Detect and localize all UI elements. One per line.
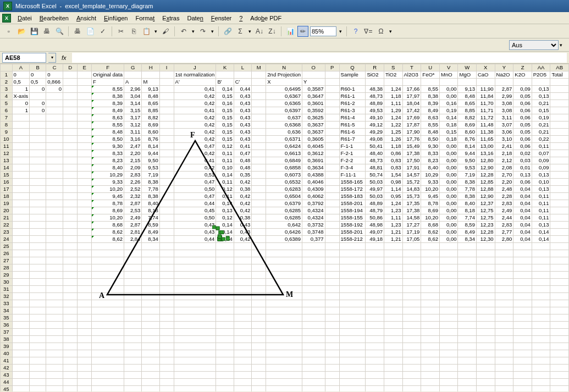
cell[interactable]: [142, 264, 159, 272]
cell[interactable]: [63, 264, 78, 272]
cell[interactable]: [92, 386, 124, 392]
cell[interactable]: [46, 100, 63, 107]
cell[interactable]: [421, 79, 440, 86]
cell[interactable]: [30, 214, 46, 222]
cell[interactable]: [30, 272, 46, 279]
cell[interactable]: [532, 336, 550, 343]
cell[interactable]: [124, 379, 141, 386]
cell[interactable]: [495, 279, 513, 286]
cell[interactable]: 0,15: [216, 129, 234, 136]
cell[interactable]: [78, 343, 92, 350]
cell[interactable]: 11,72: [476, 114, 495, 122]
cell[interactable]: [63, 71, 78, 79]
cell[interactable]: [159, 71, 174, 79]
cell[interactable]: [63, 107, 78, 114]
cell[interactable]: 8,69: [142, 122, 159, 129]
cell[interactable]: [384, 357, 402, 365]
cell[interactable]: [159, 379, 174, 386]
cell[interactable]: [63, 214, 78, 222]
cell[interactable]: 0,6504: [266, 193, 302, 200]
col-header-O[interactable]: O: [302, 64, 325, 71]
cell[interactable]: [366, 279, 384, 286]
cell[interactable]: 3,07: [495, 122, 513, 129]
cut-icon[interactable]: ✂: [115, 26, 126, 37]
cell[interactable]: [458, 357, 476, 365]
cell[interactable]: [252, 350, 266, 357]
cell[interactable]: [30, 314, 46, 322]
cell[interactable]: [216, 365, 234, 372]
fx-label[interactable]: fx: [58, 54, 70, 61]
cell[interactable]: [30, 136, 46, 143]
col-header-AA[interactable]: AA: [532, 64, 550, 71]
cell[interactable]: [421, 286, 440, 293]
cell[interactable]: 0: [46, 86, 63, 93]
cell[interactable]: 0,19: [440, 107, 458, 114]
cell[interactable]: [366, 365, 384, 372]
save-icon[interactable]: 💾: [29, 26, 40, 37]
cell[interactable]: 8,34: [142, 236, 159, 243]
cell[interactable]: [532, 379, 550, 386]
cell[interactable]: 0,42: [174, 150, 216, 157]
cell[interactable]: 1558-201: [339, 200, 366, 207]
cell[interactable]: 0,47: [174, 193, 216, 200]
cell[interactable]: 8,39: [92, 100, 124, 107]
cell[interactable]: [234, 293, 251, 300]
cell[interactable]: [532, 250, 550, 257]
cell[interactable]: 11,84: [476, 93, 495, 100]
cell[interactable]: [159, 322, 174, 329]
cell[interactable]: [78, 100, 92, 107]
cell[interactable]: [325, 236, 339, 243]
cell[interactable]: 0,15: [532, 107, 550, 114]
cell[interactable]: [421, 314, 440, 322]
cell[interactable]: [440, 250, 458, 257]
cell[interactable]: [142, 300, 159, 307]
cell[interactable]: [234, 300, 251, 307]
col-header-F[interactable]: F: [92, 64, 124, 71]
cell[interactable]: [46, 179, 63, 186]
cell[interactable]: [458, 372, 476, 379]
col-header-Z[interactable]: Z: [513, 64, 532, 71]
cell[interactable]: 8,50: [92, 136, 124, 143]
cell[interactable]: 0,43: [234, 114, 251, 122]
cell[interactable]: 1,11: [384, 214, 402, 222]
cell[interactable]: [384, 386, 402, 392]
cell[interactable]: [46, 122, 63, 129]
cell[interactable]: [46, 164, 63, 172]
cell[interactable]: [302, 314, 325, 322]
cell[interactable]: [476, 300, 495, 307]
cell[interactable]: [30, 293, 46, 300]
cell[interactable]: [252, 314, 266, 322]
cell[interactable]: [124, 386, 141, 392]
cell[interactable]: [78, 150, 92, 157]
cell[interactable]: 8,38: [142, 193, 159, 200]
cell[interactable]: 1558-194: [339, 207, 366, 214]
cell[interactable]: [63, 164, 78, 172]
cell[interactable]: [12, 307, 29, 314]
cell[interactable]: 0,38: [234, 186, 251, 193]
cell[interactable]: [302, 286, 325, 293]
cell[interactable]: 8,55: [92, 122, 124, 129]
cell[interactable]: [302, 272, 325, 279]
cell[interactable]: 12,28: [476, 172, 495, 179]
cell[interactable]: [339, 250, 366, 257]
cell[interactable]: [339, 365, 366, 372]
cell[interactable]: [30, 372, 46, 379]
cell[interactable]: [78, 214, 92, 222]
cell[interactable]: [513, 279, 532, 286]
cell[interactable]: 8,85: [142, 107, 159, 114]
cell[interactable]: 2,87: [495, 86, 513, 93]
cell[interactable]: R61-2: [339, 100, 366, 107]
cell[interactable]: [302, 386, 325, 392]
cell[interactable]: 0,07: [532, 150, 550, 157]
omega-dd-icon[interactable]: ▾: [388, 29, 393, 34]
cell[interactable]: [476, 386, 495, 392]
cell[interactable]: [78, 236, 92, 243]
cell[interactable]: [252, 386, 266, 392]
cell[interactable]: [402, 343, 421, 350]
cell[interactable]: 2,48: [495, 186, 513, 193]
cell[interactable]: [266, 286, 302, 293]
undo-dd-icon[interactable]: ▾: [191, 29, 196, 34]
cell[interactable]: [266, 307, 302, 314]
cell[interactable]: [30, 379, 46, 386]
cell[interactable]: 8,55: [421, 86, 440, 93]
